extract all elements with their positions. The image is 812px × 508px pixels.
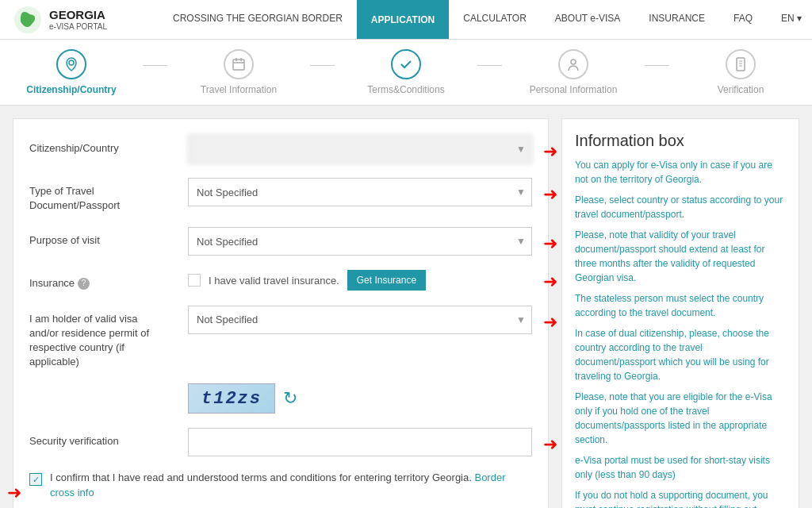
- confirm-text: I confirm that I have read and understoo…: [50, 471, 472, 483]
- info-item-7: If you do not hold a supporting document…: [575, 488, 786, 508]
- country-name: GEORGIA: [49, 8, 107, 22]
- nav-about[interactable]: ABOUT e-VISA: [541, 0, 634, 39]
- georgia-map-icon: [13, 5, 43, 35]
- nav-lang[interactable]: EN ▾: [767, 0, 812, 39]
- info-item-0: You can apply for e-Visa only in case if…: [575, 158, 786, 187]
- travel-doc-select[interactable]: Not Specified: [188, 178, 532, 206]
- step-citizenship-icon: [56, 49, 86, 79]
- citizenship-arrow-indicator: ➜: [543, 141, 557, 162]
- logo: GEORGIA e-VISA PORTAL: [0, 0, 159, 39]
- visa-holder-arrow-indicator: ➜: [543, 312, 557, 333]
- citizenship-input[interactable]: [188, 135, 532, 164]
- security-label: Security verification: [29, 428, 188, 448]
- security-row: Security verification ➜: [29, 428, 532, 456]
- step-terms[interactable]: Terms&Conditions: [335, 49, 477, 95]
- travel-doc-control: Not Specified ▼: [188, 178, 532, 206]
- confirm-checkbox[interactable]: ✓: [29, 473, 42, 486]
- info-item-6: e-Visa portal must be used for short-sta…: [575, 453, 786, 482]
- citizenship-control: ▼: [188, 135, 532, 164]
- insurance-row: Insurance ? I have valid travel insuranc…: [29, 270, 532, 291]
- info-panel: Information box You can apply for e-Visa…: [561, 118, 799, 508]
- confirm-text-wrap: I confirm that I have read and understoo…: [50, 471, 532, 499]
- info-item-5: Please, note that you are eligible for t…: [575, 390, 786, 447]
- info-item-3: The stateless person must select the cou…: [575, 291, 786, 320]
- logo-text: GEORGIA e-VISA PORTAL: [49, 8, 107, 32]
- insurance-arrow-indicator: ➜: [543, 271, 557, 292]
- get-insurance-button[interactable]: Get Insurance: [347, 270, 426, 291]
- citizenship-dropdown-arrow: ▼: [516, 144, 526, 155]
- purpose-select[interactable]: Not Specified: [188, 227, 532, 256]
- nav-application[interactable]: APPLICATION: [357, 0, 449, 39]
- step-travel[interactable]: Travel Information: [167, 49, 310, 95]
- step-verification-icon: [726, 49, 756, 79]
- captcha-area: t12zs ↻: [188, 383, 297, 414]
- insurance-label: Insurance ?: [29, 270, 188, 291]
- citizenship-row: Citizenship/Country ▼ ➜: [29, 135, 532, 164]
- confirm-arrow-indicator: ➜: [7, 483, 21, 503]
- purpose-arrow-indicator: ➜: [543, 233, 557, 254]
- citizenship-label: Citizenship/Country: [29, 135, 188, 156]
- visa-holder-label: I am holder of valid visa and/or residen…: [29, 306, 188, 370]
- svg-rect-2: [233, 60, 244, 70]
- svg-rect-7: [737, 58, 745, 71]
- portal-subtitle: e-VISA PORTAL: [49, 22, 107, 32]
- step-verification-label: Verification: [718, 84, 764, 95]
- purpose-row: Purpose of visit Not Specified ▼ ➜: [29, 227, 532, 256]
- nav-insurance[interactable]: INSURANCE: [634, 0, 719, 39]
- travel-doc-row: Type of Travel Document/Passport Not Spe…: [29, 178, 532, 213]
- purpose-label: Purpose of visit: [29, 227, 188, 248]
- insurance-checkbox[interactable]: [188, 274, 201, 287]
- insurance-text: I have valid travel insurance.: [209, 275, 339, 287]
- info-box-title: Information box: [575, 132, 786, 150]
- visa-holder-select[interactable]: Not Specified: [188, 306, 532, 334]
- step-terms-label: Terms&Conditions: [367, 84, 444, 95]
- step-travel-icon: [224, 49, 254, 79]
- captcha-image: t12zs: [188, 383, 275, 414]
- purpose-control: Not Specified ▼: [188, 227, 532, 256]
- insurance-help-icon[interactable]: ?: [78, 278, 90, 290]
- security-control: [188, 428, 532, 456]
- nav-links: CROSSING THE GEORGIAN BORDER APPLICATION…: [159, 0, 812, 39]
- confirm-row: ✓ I confirm that I have read and underst…: [29, 471, 532, 499]
- content-area: Citizenship/Country ▼ ➜ Type of Travel D…: [0, 106, 812, 508]
- step-travel-label: Travel Information: [201, 84, 277, 95]
- step-verification[interactable]: Verification: [669, 49, 812, 95]
- travel-doc-label: Type of Travel Document/Passport: [29, 178, 188, 213]
- travel-doc-arrow-indicator: ➜: [543, 184, 557, 205]
- captcha-refresh-icon[interactable]: ↻: [283, 388, 297, 409]
- step-terms-icon: [391, 49, 421, 79]
- navigation: GEORGIA e-VISA PORTAL CROSSING THE GEORG…: [0, 0, 812, 40]
- step-personal-label: Personal Information: [530, 84, 618, 95]
- info-item-4: In case of dual citizenship, please, cho…: [575, 326, 786, 383]
- step-citizenship-label: Citizenship/Country: [26, 84, 116, 95]
- info-item-2: Please, note that validity of your trave…: [575, 228, 786, 285]
- security-input[interactable]: [188, 428, 532, 456]
- nav-faq[interactable]: FAQ: [719, 0, 767, 39]
- captcha-image-row: t12zs ↻: [29, 383, 532, 414]
- visa-holder-row: I am holder of valid visa and/or residen…: [29, 306, 532, 370]
- step-citizenship[interactable]: Citizenship/Country: [0, 49, 143, 95]
- svg-point-6: [571, 60, 576, 64]
- step-personal-icon: [558, 49, 588, 79]
- security-arrow-indicator: ➜: [543, 434, 557, 455]
- nav-calculator[interactable]: CALCULATOR: [449, 0, 541, 39]
- visa-holder-control: Not Specified ▼: [188, 306, 532, 334]
- nav-crossing[interactable]: CROSSING THE GEORGIAN BORDER: [159, 0, 357, 39]
- step-personal[interactable]: Personal Information: [502, 49, 645, 95]
- form-panel: Citizenship/Country ▼ ➜ Type of Travel D…: [13, 118, 549, 508]
- insurance-control: I have valid travel insurance. Get Insur…: [188, 270, 532, 291]
- svg-point-1: [69, 60, 74, 65]
- info-item-1: Please, select country or status accordi…: [575, 193, 786, 221]
- steps-bar: Citizenship/Country Travel Information T…: [0, 40, 812, 106]
